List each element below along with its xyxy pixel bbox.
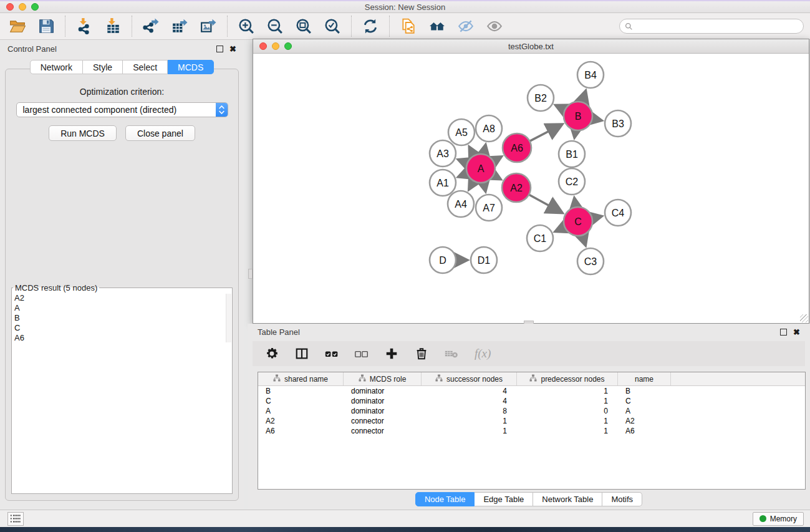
table-cell[interactable]: A (258, 406, 344, 416)
edge-A-A4[interactable] (470, 181, 474, 188)
edge-C-C1[interactable] (557, 227, 565, 231)
refresh-layout-icon[interactable] (362, 17, 379, 35)
edge-A-A3[interactable] (460, 160, 468, 163)
tab-network-table[interactable]: Network Table (533, 492, 602, 506)
table-cell[interactable]: 4 (422, 386, 517, 396)
add-column-icon[interactable] (385, 347, 398, 360)
table-settings-icon[interactable] (265, 347, 279, 360)
edge-B-B1[interactable] (575, 130, 576, 137)
column-header-successor-nodes[interactable]: successor nodes (422, 372, 517, 385)
tab-network[interactable]: Network (30, 60, 83, 74)
search-input[interactable] (636, 19, 803, 33)
table-row[interactable]: Adominator80A (258, 406, 805, 416)
table-cell[interactable]: C (258, 396, 344, 406)
table-cell[interactable]: 1 (517, 396, 618, 406)
edge-C-C4[interactable] (592, 216, 600, 218)
delete-column-icon[interactable] (415, 347, 428, 360)
hide-selected-icon[interactable] (457, 17, 475, 35)
close-panel-icon[interactable]: ✖ (229, 46, 236, 52)
result-scrollbar[interactable] (226, 294, 231, 342)
open-file-icon[interactable] (9, 17, 26, 35)
table-cell[interactable]: 1 (422, 416, 517, 426)
memory-button[interactable]: Memory (753, 512, 804, 526)
float-panel-icon[interactable] (216, 46, 223, 52)
deselect-all-icon[interactable] (355, 347, 369, 360)
run-mcds-button[interactable]: Run MCDS (49, 125, 117, 141)
table-cell[interactable]: 1 (517, 426, 618, 436)
close-panel-button[interactable]: Close panel (125, 125, 195, 141)
table-cell[interactable]: connector (344, 416, 422, 426)
delete-table-icon[interactable] (445, 347, 458, 360)
network-canvas[interactable]: B4B2BB3A5A8A6A3B1AC2A1A2A4A7C4CC1DD1C3 (253, 54, 809, 323)
column-header-predecessor-nodes[interactable]: predecessor nodes (517, 372, 618, 385)
edge-A2-C[interactable] (529, 195, 561, 212)
mcds-result-list[interactable]: A2ABCA6 (12, 293, 232, 344)
criterion-dropdown[interactable]: largest connected component (directed) (16, 102, 228, 117)
table-cell[interactable]: A (618, 406, 671, 416)
export-image-icon[interactable] (200, 17, 217, 35)
column-view-icon[interactable] (295, 347, 309, 360)
edge-A-A7[interactable] (484, 183, 485, 190)
function-builder-icon[interactable]: f(x) (475, 347, 491, 360)
table-cell[interactable]: dominator (344, 386, 422, 396)
table-row[interactable]: Bdominator41B (258, 386, 805, 396)
tab-mcds[interactable]: MCDS (168, 60, 214, 74)
edge-A-A8[interactable] (484, 146, 486, 154)
column-header-shared-name[interactable]: shared name (258, 372, 344, 385)
table-cell[interactable]: 1 (517, 416, 618, 426)
table-body[interactable]: Bdominator41BCdominator41CAdominator80AA… (258, 386, 805, 436)
table-cell[interactable]: 1 (422, 426, 517, 436)
table-cell[interactable]: 4 (422, 396, 517, 406)
save-session-icon[interactable] (37, 17, 55, 35)
splitter-grip-vertical[interactable] (248, 269, 253, 279)
edge-A-A2[interactable] (493, 175, 499, 178)
edge-A-A1[interactable] (460, 173, 467, 177)
table-cell[interactable]: C (618, 396, 671, 406)
zoom-selected-icon[interactable] (324, 17, 341, 35)
import-table-icon[interactable] (104, 17, 122, 35)
column-header-name[interactable]: name (618, 372, 671, 385)
result-item[interactable]: B (14, 313, 229, 323)
table-cell[interactable]: A6 (618, 426, 671, 436)
edge-A6-B[interactable] (529, 125, 561, 141)
result-item[interactable]: C (14, 323, 229, 333)
tab-select[interactable]: Select (123, 60, 168, 74)
new-network-from-selection-icon[interactable] (400, 17, 417, 35)
table-cell[interactable]: dominator (344, 406, 422, 416)
zoom-fit-icon[interactable] (295, 17, 312, 35)
edge-C-C2[interactable] (574, 200, 576, 208)
export-table-icon[interactable] (171, 17, 188, 35)
table-row[interactable]: A6connector11A6 (258, 426, 805, 436)
show-all-icon[interactable] (486, 17, 503, 35)
edge-A-A5[interactable] (470, 148, 474, 156)
import-network-icon[interactable] (75, 17, 93, 35)
float-table-panel-icon[interactable] (780, 329, 787, 336)
close-table-panel-icon[interactable]: ✖ (793, 329, 800, 336)
column-header-MCDS-role[interactable]: MCDS role (344, 372, 422, 385)
table-cell[interactable]: dominator (344, 396, 422, 406)
tab-edge-table[interactable]: Edge Table (475, 492, 533, 506)
table-cell[interactable]: 0 (517, 406, 618, 416)
table-row[interactable]: Cdominator41C (258, 396, 805, 406)
result-item[interactable]: A2 (14, 293, 229, 303)
edge-B-B4[interactable] (582, 92, 586, 102)
tab-motifs[interactable]: Motifs (602, 492, 642, 506)
window-resize-grip[interactable] (800, 314, 808, 322)
edge-B-B2[interactable] (557, 106, 565, 110)
zoom-out-icon[interactable] (266, 17, 284, 35)
table-cell[interactable]: 8 (422, 406, 517, 416)
table-cell[interactable]: B (618, 386, 671, 396)
network-window-titlebar[interactable]: testGlobe.txt (253, 39, 809, 54)
first-neighbors-icon[interactable] (428, 17, 446, 35)
table-cell[interactable]: 1 (517, 386, 618, 396)
export-network-icon[interactable] (142, 17, 160, 35)
select-all-icon[interactable] (325, 347, 339, 360)
edge-C-C3[interactable] (582, 235, 585, 244)
task-history-button[interactable] (7, 512, 24, 526)
table-cell[interactable]: A6 (258, 426, 344, 436)
edge-A-A6[interactable] (493, 157, 500, 161)
table-row[interactable]: A2connector11A2 (258, 416, 805, 426)
table-cell[interactable]: A2 (618, 416, 671, 426)
network-graph[interactable]: B4B2BB3A5A8A6A3B1AC2A1A2A4A7C4CC1DD1C3 (253, 54, 809, 323)
result-item[interactable]: A (14, 303, 229, 313)
